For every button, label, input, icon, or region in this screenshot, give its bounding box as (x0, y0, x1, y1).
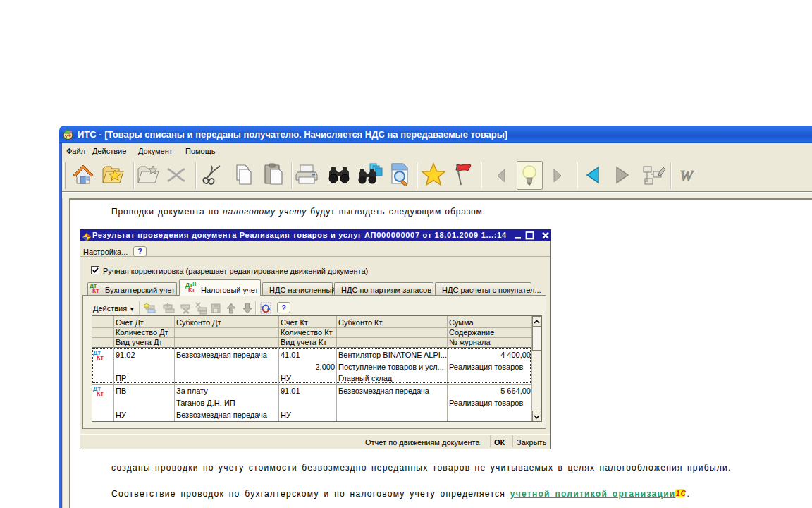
svg-text:W: W (679, 167, 694, 184)
svg-text:1С: 1С (676, 490, 687, 497)
